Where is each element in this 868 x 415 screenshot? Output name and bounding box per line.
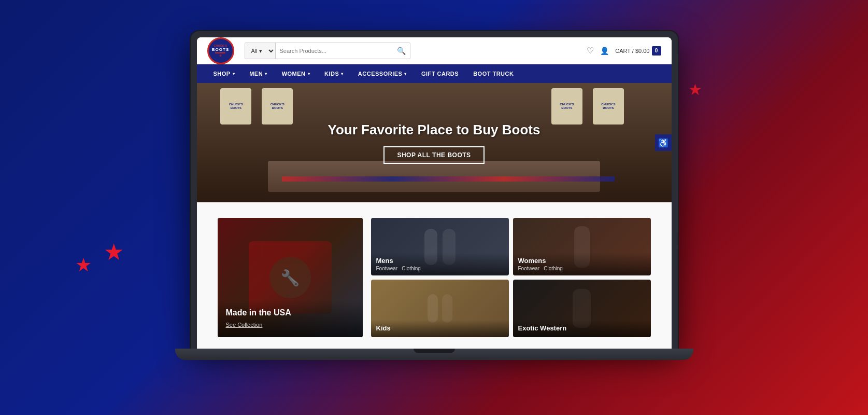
laptop-wrapper: CHUCK'S BOOTS ⚙ All ▾ xyxy=(180,31,688,384)
account-icon: 👤 xyxy=(600,47,609,55)
nav-item-women[interactable]: WOMEN ▾ xyxy=(276,64,316,83)
bg-star-1: ★ xyxy=(75,254,92,276)
search-area: All ▾ 🔍 xyxy=(245,43,410,59)
website: CHUCK'S BOOTS ⚙ All ▾ xyxy=(197,37,672,349)
nav-item-boot-truck[interactable]: BOOT TRUCK xyxy=(467,64,520,83)
mens-name: Mens xyxy=(376,257,504,265)
kids-overlay: Kids xyxy=(371,320,509,337)
hero-section: CHUCK'SBOOTS CHUCK'SBOOTS CHUCK'SBOOTS C… xyxy=(197,83,672,202)
mens-links: Footwear Clothing xyxy=(376,266,504,271)
womens-clothing-link[interactable]: Clothing xyxy=(544,266,563,271)
category-grid: Mens Footwear Clothing xyxy=(371,218,651,337)
shop-all-boots-button[interactable]: Shop All the Boots xyxy=(383,146,484,164)
accessories-caret: ▾ xyxy=(404,72,407,76)
product-main-overlay: Made in the USA See Collection xyxy=(218,300,363,337)
womens-category-card[interactable]: Womens Footwear Clothing xyxy=(513,218,651,275)
account-button[interactable]: 👤 xyxy=(600,47,609,55)
heart-icon: ♡ xyxy=(587,46,594,56)
nav-item-gift-cards[interactable]: GIFT CARDS xyxy=(415,64,465,83)
bg-star-2: ★ xyxy=(104,239,124,265)
search-category-select[interactable]: All ▾ xyxy=(245,43,276,59)
wishlist-button[interactable]: ♡ xyxy=(587,46,594,56)
kids-category-card[interactable]: Kids xyxy=(371,280,509,337)
made-in-usa-title: Made in the USA xyxy=(226,308,354,317)
womens-links: Footwear Clothing xyxy=(518,266,646,271)
mens-footwear-link[interactable]: Footwear xyxy=(376,266,398,271)
products-section: 🔧 Made in the USA See Collection xyxy=(197,202,672,349)
accessibility-icon: ♿ xyxy=(658,138,668,148)
womens-footwear-link[interactable]: Footwear xyxy=(518,266,540,271)
shop-caret: ▾ xyxy=(233,72,235,76)
top-bar: CHUCK'S BOOTS ⚙ All ▾ xyxy=(197,37,672,64)
exotic-name: Exotic Western xyxy=(518,324,646,332)
nav-item-shop[interactable]: SHOP ▾ xyxy=(207,64,241,83)
hero-overlay: Your Favorite Place to Buy Boots Shop Al… xyxy=(328,122,540,164)
top-bar-actions: ♡ 👤 CART / $0.00 0 xyxy=(587,46,661,56)
nav-item-kids[interactable]: KIDS ▾ xyxy=(318,64,350,83)
made-in-usa-card[interactable]: 🔧 Made in the USA See Collection xyxy=(218,218,363,337)
kids-caret: ▾ xyxy=(341,72,344,76)
exotic-category-card[interactable]: Exotic Western xyxy=(513,280,651,337)
laptop-base xyxy=(175,349,693,360)
nav-item-accessories[interactable]: ACCESSORIES ▾ xyxy=(352,64,413,83)
see-collection-link[interactable]: See Collection xyxy=(226,322,263,328)
womens-name: Womens xyxy=(518,257,646,265)
bg-star-3: ★ xyxy=(688,80,702,99)
laptop-screen-outer: CHUCK'S BOOTS ⚙ All ▾ xyxy=(191,31,678,349)
laptop-screen-inner: CHUCK'S BOOTS ⚙ All ▾ xyxy=(197,37,672,349)
cart-label: CART / $0.00 xyxy=(615,48,649,54)
logo-badge[interactable]: CHUCK'S BOOTS ⚙ xyxy=(207,37,234,64)
women-caret: ▾ xyxy=(308,72,310,76)
cart-count: 0 xyxy=(652,46,661,56)
search-input[interactable] xyxy=(276,48,393,54)
logo-area: CHUCK'S BOOTS ⚙ xyxy=(207,37,234,64)
search-button[interactable]: 🔍 xyxy=(393,47,410,55)
hero-title: Your Favorite Place to Buy Boots xyxy=(328,122,540,138)
men-caret: ▾ xyxy=(265,72,267,76)
nav-bar: SHOP ▾ MEN ▾ WOMEN ▾ KIDS ▾ ACCESSORIES … xyxy=(197,64,672,83)
accessibility-button[interactable]: ♿ xyxy=(655,134,672,151)
nav-item-men[interactable]: MEN ▾ xyxy=(243,64,273,83)
exotic-overlay: Exotic Western xyxy=(513,320,651,337)
mens-category-card[interactable]: Mens Footwear Clothing xyxy=(371,218,509,275)
mens-clothing-link[interactable]: Clothing xyxy=(402,266,421,271)
womens-overlay: Womens Footwear Clothing xyxy=(513,253,651,275)
mens-overlay: Mens Footwear Clothing xyxy=(371,253,509,275)
search-icon: 🔍 xyxy=(397,47,406,55)
cart-button[interactable]: CART / $0.00 0 xyxy=(615,46,661,56)
kids-name: Kids xyxy=(376,324,504,332)
logo-text: CHUCK'S BOOTS ⚙ xyxy=(212,44,229,58)
